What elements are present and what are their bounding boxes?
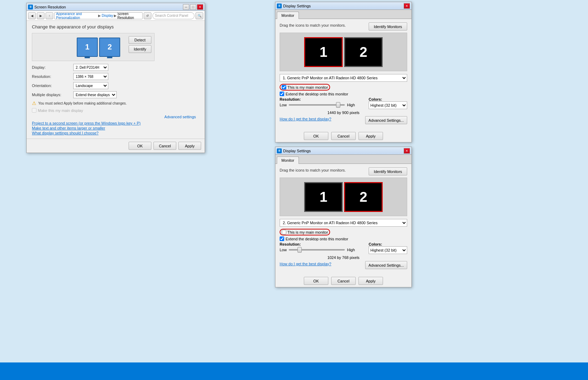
maximize-button[interactable]: □	[190, 4, 196, 10]
cancel-button[interactable]: Cancel	[153, 142, 176, 150]
orientation-row: Orientation: Landscape	[32, 82, 199, 89]
display-label: Display:	[32, 65, 70, 69]
ds-bottom-main-monitor-checkbox[interactable]	[282, 230, 286, 234]
ds-top-monitors-area: 1 2	[280, 33, 407, 71]
search-box[interactable]: Search Control Panel	[152, 12, 194, 19]
multiple-displays-select[interactable]: Extend these displays	[73, 91, 117, 98]
minimize-button[interactable]: ─	[183, 4, 189, 10]
ds-top-how-best-link[interactable]: How do I get the best display?	[280, 117, 331, 121]
ds-bottom-colors-label: Colors:	[369, 242, 407, 246]
breadcrumb-display[interactable]: Display	[102, 14, 113, 18]
ds-top-extend-checkbox[interactable]	[280, 92, 284, 96]
ds-bottom-apply-button[interactable]: Apply	[358, 277, 383, 285]
make-main-label: Make this my main display	[38, 108, 83, 113]
ds-bottom-main-monitor-checkbox-circled: This is my main monitor	[280, 229, 330, 235]
ds-top-colors-label: Colors:	[369, 97, 407, 101]
monitor-2-icon[interactable]: 2	[99, 38, 120, 57]
ds-bottom-cancel-button[interactable]: Cancel	[331, 277, 356, 285]
ds-bottom-how-best-link[interactable]: How do I get the best display?	[280, 262, 331, 266]
ds-top-high-label: High	[347, 103, 355, 107]
ds-top-res-pixels: 1440 by 900 pixels	[280, 111, 407, 115]
ds-bottom-slider-thumb[interactable]	[298, 247, 302, 253]
ds-top-main-monitor-checkbox[interactable]	[282, 85, 286, 89]
ds-bottom-main-monitor-label: This is my main monitor	[287, 230, 328, 234]
ds-bottom-monitors-area: 1 2	[280, 178, 407, 216]
ds-bottom-monitor-2[interactable]: 2	[344, 182, 383, 212]
tab-monitor-top[interactable]: Monitor	[277, 12, 299, 19]
ds-bottom-drag-instruction: Drag the icons to match your monitors.	[280, 168, 346, 172]
ds-bottom-advanced-settings-btn[interactable]: Advanced Settings...	[365, 261, 407, 269]
project-screen-link[interactable]: Project to a second screen (or press the…	[32, 121, 199, 125]
ds-top-colors-dropdown[interactable]: Highest (32 bit)	[369, 101, 407, 109]
ds-bottom-content: Drag the icons to match your monitors. I…	[275, 164, 411, 274]
ds-top-advanced-settings-btn[interactable]: Advanced Settings...	[365, 116, 407, 124]
ds-bottom-extend-row: Extend the desktop onto this monitor	[280, 236, 407, 241]
ds-top-colors-area: Colors: Highest (32 bit)	[369, 97, 407, 109]
monitor-1-icon[interactable]: 1	[77, 38, 98, 57]
close-button[interactable]: ✕	[197, 4, 203, 10]
warning-icon: ⚠	[32, 100, 36, 106]
ds-bottom-identify-btn[interactable]: Identify Monitors	[369, 167, 407, 175]
apply-button[interactable]: Apply	[178, 142, 201, 150]
orientation-label: Orientation:	[32, 84, 70, 88]
taskbar	[0, 362, 588, 380]
window-icon: 🖥	[28, 5, 33, 9]
ds-bottom-slider-container: Low High	[280, 248, 355, 252]
display-settings-top-titlebar: 🖥 Display Settings ✕	[275, 2, 411, 10]
make-main-checkbox[interactable]	[32, 108, 36, 113]
search-placeholder: Search Control Panel	[155, 14, 188, 18]
search-button[interactable]: 🔍	[196, 12, 203, 19]
refresh-button[interactable]: ↺	[144, 12, 151, 19]
ds-top-ok-button[interactable]: OK	[304, 132, 328, 140]
ds-bottom-resolution-area: Resolution: Low High	[280, 242, 355, 252]
detect-button[interactable]: Detect	[129, 36, 151, 44]
orientation-select[interactable]: Landscape	[73, 82, 108, 89]
page-title: Change the appearance of your displays	[32, 24, 199, 29]
back-button[interactable]: ◀	[28, 12, 36, 19]
ds-bottom-close-button[interactable]: ✕	[404, 148, 410, 154]
ds-top-cancel-button[interactable]: Cancel	[331, 132, 356, 140]
ds-top-apply-button[interactable]: Apply	[358, 132, 383, 140]
ds-top-content: Drag the icons to match your monitors. I…	[275, 19, 411, 129]
ds-top-identify-btn[interactable]: Identify Monitors	[369, 22, 407, 31]
ds-top-main-monitor-row: This is my main monitor	[280, 84, 407, 91]
display-row: Display: 2. Dell P2314H	[32, 64, 199, 71]
ds-bottom-monitor-1[interactable]: 1	[304, 182, 343, 212]
display-settings-help-link[interactable]: What display settings should I choose?	[32, 131, 199, 135]
text-size-link[interactable]: Make text and other items larger or smal…	[32, 126, 199, 130]
breadcrumb-appearance[interactable]: Appearance and Personalization	[56, 12, 97, 19]
breadcrumb-path[interactable]: Appearance and Personalization ▶ Display…	[54, 12, 143, 19]
help-links: Project to a second screen (or press the…	[32, 121, 199, 135]
up-button[interactable]: ↑	[46, 12, 53, 19]
content-area: Change the appearance of your displays 1…	[27, 21, 205, 139]
warning-text: You must select Apply before making addi…	[38, 101, 127, 105]
ds-bottom-res-colors-row: Resolution: Low High Colors: Highest (32…	[280, 242, 407, 254]
ds-bottom-extend-checkbox[interactable]	[280, 236, 284, 241]
identify-button[interactable]: Identify	[129, 45, 151, 53]
ds-bottom-colors-dropdown[interactable]: Highest (32 bit)	[369, 246, 407, 254]
ds-bottom-ok-button[interactable]: OK	[304, 277, 328, 285]
tab-monitor-bottom[interactable]: Monitor	[277, 156, 299, 164]
ds-top-monitor-dropdown[interactable]: 1. Generic PnP Monitor on ATI Radeon HD …	[280, 74, 407, 82]
advanced-settings-link[interactable]: Advanced settings	[32, 115, 199, 119]
screen-resolution-window: 🖥 Screen Resolution ─ □ ✕ ◀ ▶ ↑ Appearan…	[26, 3, 205, 153]
ds-top-extend-row: Extend the desktop onto this monitor	[280, 92, 407, 96]
forward-button[interactable]: ▶	[37, 12, 45, 19]
ds-top-main-monitor-label: This is my main monitor	[287, 85, 328, 89]
window-title: Screen Resolution	[34, 5, 66, 9]
ds-bottom-resolution-label: Resolution:	[280, 242, 355, 246]
display-select[interactable]: 2. Dell P2314H	[73, 64, 108, 71]
resolution-select[interactable]: 1386 × 768	[73, 73, 108, 80]
resolution-row: Resolution: 1386 × 768	[32, 73, 199, 80]
ds-top-slider-container: Low High	[280, 103, 355, 107]
ds-top-main-monitor-checkbox-circled: This is my main monitor	[280, 84, 330, 91]
ds-top-monitor-2[interactable]: 2	[344, 37, 383, 67]
display-settings-bottom-titlebar: 🖥 Display Settings ✕	[275, 147, 411, 155]
ds-top-monitor-1[interactable]: 1	[304, 37, 343, 67]
ds-bottom-monitor-dropdown[interactable]: 2. Generic PnP Monitor on ATI Radeon HD …	[280, 219, 407, 227]
ds-top-close-button[interactable]: ✕	[404, 3, 410, 9]
ds-top-slider-thumb[interactable]	[336, 102, 340, 108]
ok-button[interactable]: OK	[129, 142, 151, 150]
ds-bottom-action-buttons: OK Cancel Apply	[275, 274, 411, 287]
ds-bottom-high-label: High	[347, 248, 355, 252]
